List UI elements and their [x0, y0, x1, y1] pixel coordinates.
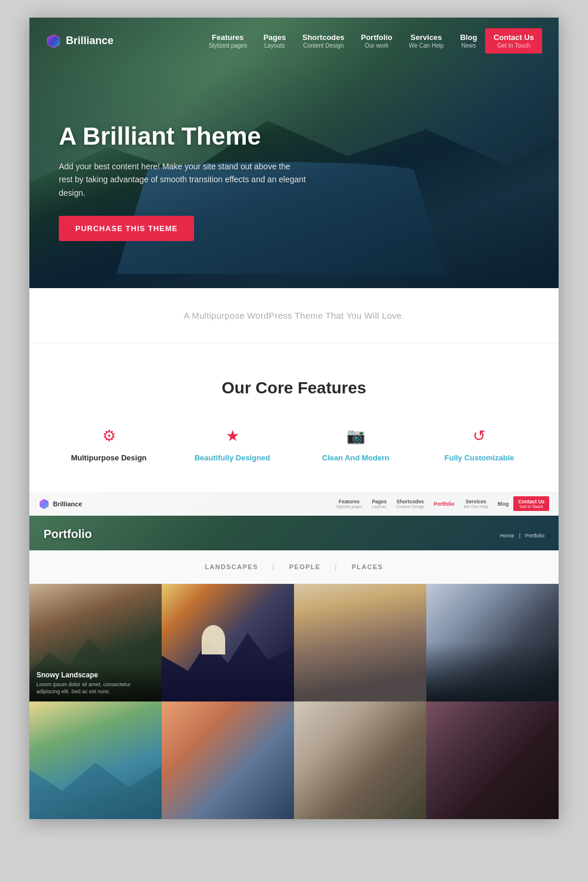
nav-services-label: Services: [410, 33, 442, 42]
portfolio-grid: Snowy Landscape Lorem ipsum dolor sit am…: [29, 584, 559, 819]
nav-shortcodes-sub: Content Design: [303, 42, 344, 49]
portfolio-cell-3[interactable]: [294, 584, 426, 701]
hero-section: Brilliance Features Stylized pages Pages…: [29, 18, 559, 288]
nav-portfolio-sub: Our work: [365, 42, 389, 49]
pv-contact-sub: Get In Touch: [520, 505, 543, 509]
tagline-text: A Multipurpose WordPress Theme That You …: [41, 310, 547, 320]
nav-item-shortcodes[interactable]: Shortcodes Content Design: [294, 29, 353, 52]
pv-features-label: Features: [339, 499, 359, 505]
pv-shortcodes-sub: Content Design: [396, 505, 425, 509]
portfolio-cell-2[interactable]: [162, 584, 294, 701]
nav-links: Features Stylized pages Pages Layouts Sh…: [201, 28, 542, 54]
breadcrumb-home: Home: [500, 533, 514, 539]
portfolio-cell-5[interactable]: [29, 701, 162, 819]
nav-item-services[interactable]: Services We Can Help: [400, 29, 452, 52]
features-title: Our Core Features: [53, 379, 535, 397]
portfolio-cell-4[interactable]: [426, 584, 559, 701]
nav-features-sub: Stylized pages: [209, 42, 247, 49]
cell-6-bg: [162, 701, 294, 819]
pv-nav-features[interactable]: Features Stylized pages: [331, 497, 368, 510]
pv-nav-portfolio[interactable]: Portfolio: [429, 499, 459, 509]
tagline-section: A Multipurpose WordPress Theme That You …: [29, 288, 559, 343]
nav-item-portfolio[interactable]: Portfolio Our work: [353, 29, 400, 52]
nav-logo[interactable]: Brilliance: [46, 34, 113, 49]
portfolio-preview-nav: Brilliance Features Stylized pages Pages…: [29, 492, 559, 516]
nav-services-sub: We Can Help: [409, 42, 443, 49]
cell-8-bg: [426, 701, 559, 819]
portfolio-cell-6[interactable]: [162, 701, 294, 819]
pv-services-label: Services: [466, 499, 486, 505]
nav-blog-sub: News: [461, 42, 476, 49]
purchase-button[interactable]: PURCHASE THIS THEME: [59, 216, 194, 241]
feature-label-multipurpose: Multipurpose Design: [71, 453, 147, 462]
nav-portfolio-label: Portfolio: [361, 33, 392, 42]
pv-pages-sub: Layouts: [372, 505, 387, 509]
nav-pages-label: Pages: [263, 33, 286, 42]
portfolio-cell-1[interactable]: Snowy Landscape Lorem ipsum dolor sit am…: [29, 584, 162, 701]
feature-item-customizable: ↺ Fully Customizable: [423, 427, 535, 462]
pv-features-sub: Stylized pages: [336, 505, 363, 509]
hero-title: A Brilliant Theme: [59, 122, 306, 151]
brand-name: Brilliance: [66, 35, 113, 47]
feature-item-beautifully: ★ Beautifully Designed: [176, 427, 288, 462]
refresh-icon: ↺: [473, 427, 486, 445]
cell-5-bg: [29, 701, 162, 819]
gear-icon: ⚙: [102, 427, 116, 445]
pv-nav-pages[interactable]: Pages Layouts: [367, 497, 391, 510]
nav-item-blog[interactable]: Blog News: [452, 29, 485, 52]
pv-portfolio-label: Portfolio: [434, 501, 455, 507]
pv-nav-contact[interactable]: Contact Us Get In Touch: [513, 496, 549, 511]
pv-blog-label: Blog: [497, 501, 509, 507]
nav-contact-label: Contact Us: [493, 33, 534, 42]
camera-icon: 📷: [346, 427, 365, 445]
pv-brand: Brilliance: [53, 500, 82, 507]
portfolio-breadcrumb: Home | Portfolio: [500, 533, 544, 539]
portfolio-cell-8[interactable]: [426, 701, 559, 819]
pv-pages-label: Pages: [372, 499, 386, 505]
cell-2-bg: [162, 584, 294, 701]
cell-1-overlay: Snowy Landscape Lorem ipsum dolor sit am…: [29, 663, 162, 701]
features-grid: ⚙ Multipurpose Design ★ Beautifully Desi…: [53, 427, 535, 462]
features-section: Our Core Features ⚙ Multipurpose Design …: [29, 343, 559, 492]
cell-4-bg: [426, 584, 559, 701]
feature-label-clean: Clean And Modern: [322, 453, 389, 462]
feature-label-customizable: Fully Customizable: [445, 453, 514, 462]
cell-1-title: Snowy Landscape: [36, 671, 155, 679]
feature-item-clean: 📷 Clean And Modern: [300, 427, 412, 462]
hero-content: A Brilliant Theme Add your best content …: [59, 122, 306, 241]
filter-places[interactable]: PLACES: [335, 563, 383, 570]
portfolio-preview: Brilliance Features Stylized pages Pages…: [29, 492, 559, 550]
nav-item-contact[interactable]: Contact Us Get In Touch: [485, 28, 542, 54]
pv-services-sub: We Can Help: [464, 505, 489, 509]
nav-item-features[interactable]: Features Stylized pages: [201, 29, 255, 52]
logo-icon: [46, 34, 61, 49]
nav-shortcodes-label: Shortcodes: [302, 33, 345, 42]
cell-1-desc: Lorem ipsum dolor sit amet, consectetur …: [36, 681, 155, 696]
feature-label-beautifully: Beautifully Designed: [195, 453, 270, 462]
portfolio-page-title: Portfolio: [44, 527, 92, 541]
portfolio-cell-7[interactable]: [294, 701, 426, 819]
filter-people[interactable]: PEOPLE: [272, 563, 320, 570]
page-wrapper: Brilliance Features Stylized pages Pages…: [29, 18, 559, 819]
nav-features-label: Features: [212, 33, 243, 42]
pv-shortcodes-label: Shortcodes: [396, 499, 424, 505]
pv-nav-services[interactable]: Services We Can Help: [459, 497, 493, 510]
nav-contact-sub: Get In Touch: [497, 42, 530, 49]
pv-logo-icon: [39, 499, 49, 509]
nav-pages-sub: Layouts: [265, 42, 285, 49]
breadcrumb-current: Portfolio: [525, 533, 544, 539]
pv-nav-blog[interactable]: Blog: [493, 499, 513, 509]
breadcrumb-separator: |: [519, 533, 520, 539]
star-icon: ★: [226, 427, 239, 445]
pv-contact-label: Contact Us: [518, 499, 544, 505]
pv-logo: Brilliance: [39, 499, 82, 509]
feature-item-multipurpose: ⚙ Multipurpose Design: [53, 427, 165, 462]
portfolio-filters: LANDSCAPES PEOPLE PLACES: [29, 550, 559, 584]
main-nav: Brilliance Features Stylized pages Pages…: [29, 18, 559, 64]
cell-7-bg: [294, 701, 426, 819]
pv-nav-shortcodes[interactable]: Shortcodes Content Design: [392, 497, 429, 510]
filter-landscapes[interactable]: LANDSCAPES: [205, 563, 258, 570]
nav-item-pages[interactable]: Pages Layouts: [255, 29, 294, 52]
nav-blog-label: Blog: [460, 33, 477, 42]
cell-3-bg: [294, 584, 426, 701]
